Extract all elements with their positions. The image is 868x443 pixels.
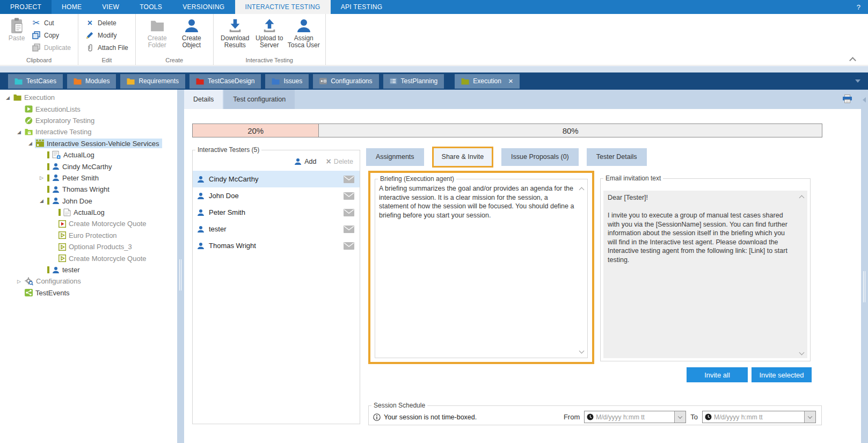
briefing-textarea[interactable]: A briefing summarizes the goal and/or pr… [375, 183, 587, 220]
tree-item-tester[interactable]: tester [0, 264, 177, 275]
paste-clipboard-icon [10, 17, 24, 35]
tree-item-label: ExecutionLists [35, 105, 81, 113]
delete-button[interactable]: ×Delete [83, 17, 131, 29]
menu-interactive-testing[interactable]: INTERACTIVE TESTING [235, 0, 331, 14]
scroll-down-icon[interactable] [579, 348, 585, 354]
tree-item-execution[interactable]: ◢ Execution [0, 92, 177, 103]
upload-to-server-button[interactable]: Upload to Server [252, 15, 287, 49]
create-object-button[interactable]: Create Object [174, 15, 209, 49]
tree-item-interactive-testing[interactable]: ◢ Interactive Testing [0, 126, 177, 137]
tester-name: John Doe [209, 192, 239, 200]
session-tab-assignments[interactable]: Assignments [366, 148, 424, 166]
workspace-tab-testcases[interactable]: TestCases [8, 74, 63, 89]
close-tab-icon[interactable]: × [508, 77, 513, 85]
workspace-tab-configurations[interactable]: Configurations [313, 74, 378, 89]
dropdown-button[interactable] [804, 411, 815, 423]
splitter-grip[interactable] [179, 259, 181, 291]
tree-item-executionlists[interactable]: ExecutionLists [0, 103, 177, 114]
expander-icon[interactable]: ◢ [14, 129, 24, 135]
tester-row-peter-smith[interactable]: Peter Smith [193, 204, 360, 221]
session-tab-tester-details[interactable]: Tester Details [587, 148, 647, 166]
print-icon[interactable] [842, 95, 852, 105]
tester-row-john-doe[interactable]: John Doe [193, 187, 360, 204]
person-big-icon [184, 17, 199, 35]
dropdown-button[interactable] [674, 411, 685, 423]
modify-button[interactable]: Modify [83, 29, 131, 41]
person-icon [197, 176, 205, 183]
collapse-panel-icon[interactable] [863, 97, 866, 103]
tester-name: Peter Smith [209, 208, 245, 216]
assign-tosca-user-button[interactable]: Assign Tosca User [287, 15, 321, 49]
invite-all-button[interactable]: Invite all [687, 367, 748, 382]
email-invitation-panel: Email invitation text Dear [Tester]! I i… [600, 175, 811, 361]
status-bar-icon [47, 175, 49, 181]
add-tester-button[interactable]: Add [294, 158, 316, 165]
info-icon [373, 413, 381, 421]
menu-api-testing[interactable]: API TESTING [331, 0, 393, 14]
expander-icon[interactable]: ◢ [3, 95, 12, 100]
tree-item-cindy-mccarthy[interactable]: Cindy McCarthy [0, 161, 177, 172]
session-tab-issue-proposals-0[interactable]: Issue Proposals (0) [501, 148, 579, 166]
create-folder-button: Create Folder [140, 15, 174, 49]
cut-button[interactable]: ✂Cut [29, 17, 74, 29]
tester-row-tester[interactable]: tester [193, 221, 360, 237]
tree-item-create-motorcycle-quote[interactable]: Create Motorcycle Quote [0, 218, 177, 229]
menu-home[interactable]: HOME [52, 0, 92, 14]
workspace-tab-modules[interactable]: Modules [67, 74, 116, 89]
tree-item-testevents[interactable]: TestEvents [0, 287, 177, 299]
splitter-grip[interactable] [863, 271, 865, 302]
to-datetime-picker[interactable]: M/d/yyyy h:mm tt [702, 411, 816, 423]
tab-test-configuration[interactable]: Test configuration [224, 90, 295, 109]
menu-tools[interactable]: TOOLS [129, 0, 172, 14]
person-icon [197, 242, 205, 250]
right-splitter[interactable] [861, 90, 868, 443]
tree-item-optional-products-3[interactable]: Optional Products_3 [0, 241, 177, 252]
menu-view[interactable]: VIEW [92, 0, 129, 14]
tosca-commander-window: PROJECTHOMEVIEWTOOLSVERSIONINGINTERACTIV… [0, 0, 868, 443]
delete-x-icon: × [85, 19, 94, 27]
download-results-button[interactable]: Download Results [218, 15, 252, 49]
tab-overflow-icon[interactable] [855, 79, 860, 83]
workspace-tab-testplanning[interactable]: TestPlanning [383, 74, 444, 89]
expander-icon[interactable]: ▷ [37, 175, 46, 180]
tree-item-actuallog[interactable]: ActualLog [0, 207, 177, 218]
tree-item-exploratory-testing[interactable]: Exploratory Testing [0, 115, 177, 126]
email-invitation-textarea[interactable]: Dear [Tester]! I invite you to execute a… [603, 191, 807, 358]
upload-icon [262, 17, 277, 35]
tree-item-peter-smith[interactable]: ▷ Peter Smith [0, 172, 177, 184]
tree-item-label: tester [62, 266, 80, 274]
tester-row-thomas-wright[interactable]: Thomas Wright [193, 237, 360, 254]
tree-item-configurations[interactable]: ▷ Configurations [0, 275, 177, 287]
expander-icon[interactable]: ▷ [14, 279, 24, 284]
tree-item-john-doe[interactable]: ◢ John Doe [0, 195, 177, 207]
workspace-tab-execution[interactable]: Execution × [455, 74, 519, 89]
tree-item-interactive-session-vehicle-services[interactable]: ◢ Interactive Session-Vehicle Services [0, 138, 177, 149]
copy-button[interactable]: Copy [29, 29, 74, 41]
tab-details[interactable]: Details [184, 90, 223, 109]
tester-row-cindy-mccarthy[interactable]: Cindy McCarthy [193, 171, 360, 187]
ribbon-group-interactive-testing: Download Results Upload to Server Assign… [214, 14, 326, 65]
expander-icon[interactable]: ◢ [37, 198, 46, 204]
tree-item-thomas-wright[interactable]: Thomas Wright [0, 184, 177, 195]
project-tree: ◢ Execution ExecutionLists Exploratory T… [0, 90, 177, 443]
tree-item-create-motorcycle-quote[interactable]: Create Motorcycle Quote [0, 252, 177, 264]
tree-item-actuallog[interactable]: ActualLog [0, 149, 177, 161]
clock-icon [587, 413, 594, 420]
attach-file-button[interactable]: Attach File [83, 41, 131, 54]
tree-splitter[interactable] [177, 90, 184, 443]
briefing-panel: Briefing (Execution agent) A briefing su… [375, 175, 588, 358]
tree-item-euro-protection[interactable]: Euro Protection [0, 230, 177, 241]
menu-project[interactable]: PROJECT [0, 0, 52, 14]
expander-icon[interactable]: ◢ [26, 141, 35, 146]
session-tab-share-invite[interactable]: Share & Invite [432, 147, 494, 168]
workspace-tab-testcasedesign[interactable]: TestCaseDesign [189, 74, 261, 89]
tree-item-label: Create Motorcycle Quote [69, 255, 147, 263]
menu-versioning[interactable]: VERSIONING [172, 0, 235, 14]
workspace-tab-issues[interactable]: Issues [265, 74, 309, 89]
session-icon [36, 140, 44, 147]
from-label: From [564, 413, 580, 421]
from-datetime-picker[interactable]: M/d/yyyy h:mm tt [584, 411, 686, 423]
help-button[interactable]: ? [849, 0, 868, 14]
invite-selected-button[interactable]: Invite selected [752, 367, 812, 382]
workspace-tab-requirements[interactable]: Requirements [120, 74, 185, 89]
